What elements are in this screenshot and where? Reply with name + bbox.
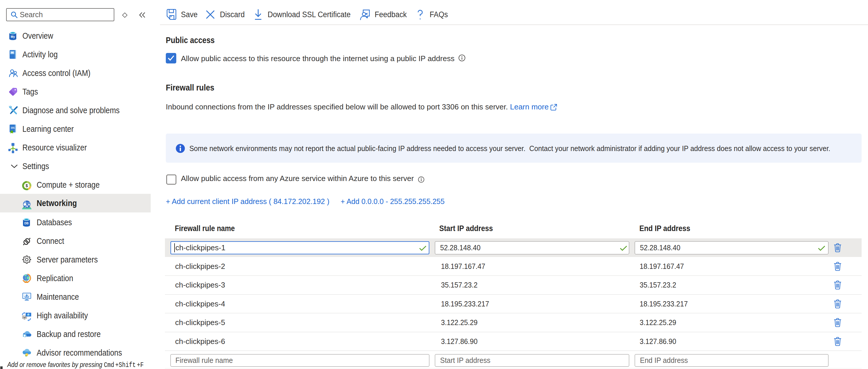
svg-text:My: My [11, 35, 15, 38]
svg-text:$: $ [26, 183, 28, 188]
svg-text:DB: DB [25, 221, 29, 225]
svg-text:101: 101 [10, 126, 14, 129]
